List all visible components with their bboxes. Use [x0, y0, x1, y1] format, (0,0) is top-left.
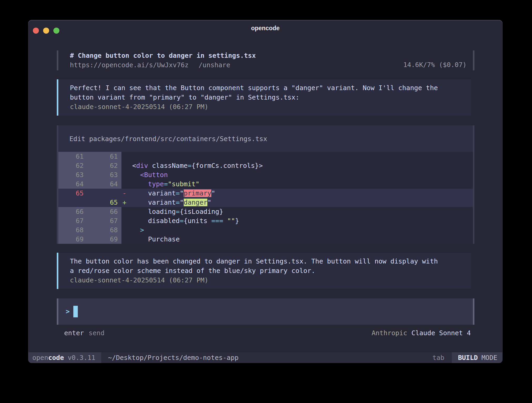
diff-row: 6262<div className={formCs.controls}> — [58, 161, 473, 170]
diff-code-line: Purchase — [131, 235, 473, 244]
mode-label-build: BUILD — [458, 354, 478, 361]
app-version: v0.3.11 — [68, 354, 95, 361]
diff-code-line: > — [131, 225, 473, 235]
diff-change-marker: + — [121, 198, 131, 207]
share-url-link[interactable]: https://opencode.ai/s/UwJxv76z — [70, 61, 189, 69]
diff-row: 6464 type="submit" — [58, 179, 473, 189]
diff-change-marker — [121, 179, 131, 189]
diff-line-number-old: 65 — [58, 189, 88, 198]
diff-line-number-new: 68 — [88, 225, 121, 235]
send-hint-label: send — [89, 329, 104, 337]
diff-line-number-old: 69 — [58, 235, 88, 244]
diff-change-marker — [121, 207, 131, 216]
diff-change-marker — [121, 216, 131, 225]
tab-key-hint: tab — [432, 352, 444, 363]
model-indicator: AnthropicClaude Sonnet 4 — [372, 328, 471, 338]
opencode-window: opencode # Change button color to danger… — [28, 20, 503, 363]
edit-tool-header: Edit packages/frontend/src/containers/Se… — [58, 125, 473, 152]
model-provider: Anthropic — [372, 329, 407, 337]
diff-line-number-new: 69 — [88, 235, 121, 244]
diff-row: 65+ variant="danger" — [58, 198, 473, 207]
diff-line-number-old: 61 — [58, 152, 88, 161]
diff-change-marker: - — [121, 189, 131, 198]
assistant-message-meta: claude-sonnet-4-20250514 (06:27 PM) — [70, 102, 466, 112]
token-usage: 14.6K/7% ($0.07) — [403, 60, 467, 70]
assistant-message-text: The button color has been changed to dan… — [70, 257, 466, 276]
diff-row: 6868 > — [58, 225, 473, 235]
unshare-command[interactable]: /unshare — [199, 61, 230, 69]
diff-line-number-new: 67 — [88, 216, 121, 225]
diff-code-line: loading={isLoading} — [131, 207, 473, 216]
diff-code-line: type="submit" — [131, 179, 473, 189]
text-cursor — [73, 306, 78, 317]
working-directory: ~/Desktop/Projects/demo-notes-app — [108, 352, 433, 363]
diff-line-number-old: 64 — [58, 179, 88, 189]
app-name-code: code — [48, 354, 64, 361]
diff-line-number-old: 68 — [58, 225, 88, 235]
model-name: Claude Sonnet 4 — [411, 329, 471, 337]
assistant-message-meta: claude-sonnet-4-20250514 (06:27 PM) — [70, 276, 466, 285]
diff-line-number-new: 63 — [88, 170, 121, 179]
diff-change-marker — [121, 225, 131, 235]
mode-segment[interactable]: BUILDMODE — [452, 352, 503, 363]
tool-file-path: packages/frontend/src/containers/Setting… — [89, 135, 267, 143]
prompt-input[interactable]: > — [57, 298, 474, 325]
session-title: # Change button color to danger in setti… — [70, 51, 256, 60]
diff-code-line: variant="primary" — [131, 189, 473, 198]
window-title: opencode — [28, 25, 503, 32]
app-version-segment: opencodev0.3.11 — [28, 352, 101, 363]
diff-line-number-new — [88, 189, 121, 198]
diff-line-number-old: 66 — [58, 207, 88, 216]
diff-row: 6363 <Button — [58, 170, 473, 179]
diff-line-number-new: 65 — [88, 198, 121, 207]
diff-row: 6666 loading={isLoading} — [58, 207, 473, 216]
app-name-open: open — [32, 354, 48, 361]
diff-code-line: variant="danger" — [131, 198, 473, 207]
diff-change-marker — [121, 235, 131, 244]
assistant-message-text: Perfect! I can see that the Button compo… — [70, 83, 466, 102]
titlebar: opencode — [28, 20, 503, 35]
diff-code-line: <Button — [131, 170, 473, 179]
diff-view: 61616262<div className={formCs.controls}… — [58, 152, 473, 244]
diff-code-line: disabled={units === ""} — [131, 216, 473, 225]
diff-line-number-old: 62 — [58, 161, 88, 170]
diff-line-number-new: 66 — [88, 207, 121, 216]
diff-line-number-old — [58, 198, 88, 207]
diff-row: 6161 — [58, 152, 473, 161]
session-header: # Change button color to danger in setti… — [57, 50, 474, 70]
diff-row: 6969 Purchase — [58, 235, 473, 244]
diff-line-number-new: 62 — [88, 161, 121, 170]
input-hint-row: entersend AnthropicClaude Sonnet 4 — [57, 325, 474, 338]
diff-change-marker — [121, 170, 131, 179]
diff-code-line: <div className={formCs.controls}> — [131, 161, 473, 170]
diff-row: 65- variant="primary" — [58, 189, 473, 198]
diff-change-marker — [121, 152, 131, 161]
tool-action-label: Edit — [69, 135, 85, 143]
diff-line-number-new: 61 — [88, 152, 121, 161]
diff-line-number-new: 64 — [88, 179, 121, 189]
assistant-message-2: The button color has been changed to dan… — [57, 253, 471, 289]
edit-tool-card: Edit packages/frontend/src/containers/Se… — [57, 125, 474, 244]
diff-change-marker — [121, 161, 131, 170]
assistant-message-1: Perfect! I can see that the Button compo… — [57, 79, 471, 116]
diff-line-number-old: 67 — [58, 216, 88, 225]
diff-line-number-old: 63 — [58, 170, 88, 179]
status-bar: opencodev0.3.11 ~/Desktop/Projects/demo-… — [28, 352, 503, 363]
enter-key-hint: enter — [64, 329, 84, 337]
mode-label-mode: MODE — [482, 354, 497, 361]
diff-row: 6767 disabled={units === ""} — [58, 216, 473, 225]
prompt-chevron: > — [66, 307, 70, 316]
